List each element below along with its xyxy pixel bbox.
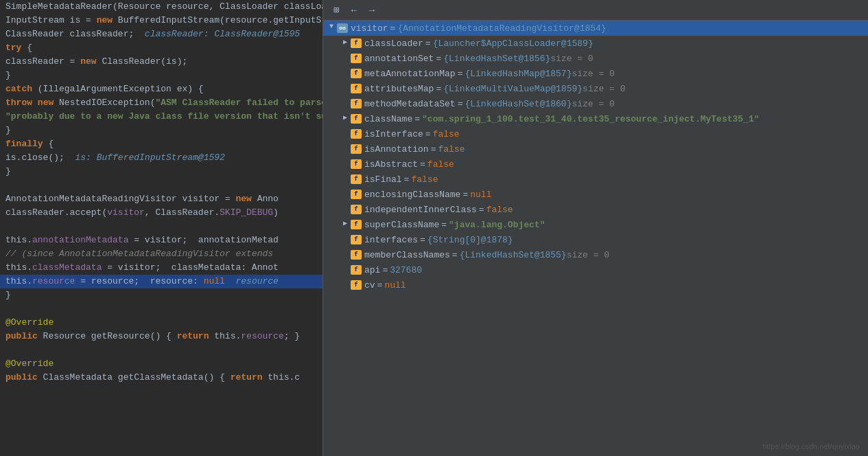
code-token: public [5,371,38,385]
field-type-icon: f [351,280,362,290]
expand-arrow-icon[interactable] [340,219,351,230]
debug-variable-row[interactable]: fapi = 327680 [323,262,868,277]
variable-equals: = [441,220,447,230]
field-type-icon: f [351,54,362,63]
debug-back-btn[interactable]: ← [347,3,362,18]
variable-value: null [470,190,491,200]
code-token: this. [209,330,241,343]
code-line: "probably due to a new Java class file v… [0,110,322,124]
variable-name: classLoader [364,38,423,49]
variable-extra: size = 0 [572,99,614,109]
code-line: } [0,69,322,82]
expand-arrow-icon[interactable] [340,98,351,109]
expand-arrow-icon[interactable] [326,23,337,34]
variable-value: false [438,144,465,155]
debug-variable-row[interactable]: fmethodMetadataSet = {LinkedHashSet@1860… [323,96,868,111]
field-type-icon: f [351,99,362,109]
expand-arrow-icon[interactable] [340,264,351,275]
debug-variable-row[interactable]: oovisitor = {AnnotationMetadataReadingVi… [323,21,868,36]
code-token: SimpleMetadataReader(Resource resource, … [5,0,322,14]
expand-arrow-icon[interactable] [340,189,351,200]
code-token: return [177,330,209,343]
code-line: AnnotationMetadataReadingVisitor visitor… [0,192,322,206]
variable-extra: size = 0 [550,54,593,64]
debug-variable-row[interactable]: fisAbstract = false [323,157,868,172]
debug-panel: ⊞ ← → oovisitor = {AnnotationMetadataRea… [322,0,868,456]
variable-equals: = [414,114,420,124]
variable-name: visitor [351,23,388,34]
code-line: ClassReader classReader; classReader: Cl… [0,27,322,41]
variable-value: {Launcher$AppClassLoader@1589} [433,38,594,49]
field-type-icon: f [351,69,362,78]
code-token: this. [5,233,32,247]
code-token: @Override [5,316,54,330]
debug-forward-btn[interactable]: → [364,3,379,18]
code-token: resource [32,275,75,288]
code-token: classReader: ClassReader@1595 [145,27,300,41]
variable-value: {LinkedHashSet@1855} [460,250,567,260]
variable-name: metaAnnotationMap [364,69,456,79]
code-line: catch (IllegalArgumentException ex) { [0,82,322,96]
debug-variable-row[interactable]: fsuperClassName = "java.lang.Object" [323,217,868,232]
code-token: catch [5,82,32,96]
debug-variable-row[interactable]: fisAnnotation = false [323,141,868,157]
expand-arrow-icon[interactable] [340,68,351,79]
variable-value: "com.spring_1_100.test_31_40.test35_reso… [422,114,759,124]
debug-variable-row[interactable]: fannotationSet = {LinkedHashSet@1856} si… [323,51,868,66]
code-token: } [5,165,11,179]
code-lines: SimpleMetadataReader(Resource resource, … [0,0,322,385]
debug-variable-row[interactable]: fisInterface = false [323,126,868,141]
variable-name: isAbstract [364,159,418,170]
code-line: classReader = new ClassReader(is); [0,55,322,69]
code-line [0,179,322,192]
expand-arrow-icon[interactable] [340,128,351,139]
field-type-icon: f [351,250,362,260]
debug-variable-row[interactable]: fisFinal = false [323,172,868,187]
code-line: this.annotationMetadata = visitor; annot… [0,233,322,247]
variable-equals: = [377,280,383,290]
code-line [0,220,322,233]
debug-variable-row[interactable]: fmetaAnnotationMap = {LinkedHashMap@1857… [323,66,868,81]
variable-equals: = [420,159,425,170]
expand-arrow-icon[interactable] [340,38,351,49]
debug-variable-row[interactable]: fcv = null [323,277,868,293]
variable-name: api [364,265,380,275]
debug-layout-btn[interactable]: ⊞ [329,3,344,18]
debug-variable-row[interactable]: findependentInnerClass = false [323,202,868,217]
code-token: // (since AnnotationMetadataReadingVisit… [5,247,273,261]
variable-equals: = [382,265,388,275]
code-token: annotationMetadata [32,233,128,247]
code-token: null [204,275,225,288]
variable-value: {LinkedHashSet@1860} [465,99,572,109]
code-line: finally { [0,137,322,151]
debug-variable-row[interactable]: fenclosingClassName = null [323,187,868,202]
variable-equals: = [462,190,468,200]
expand-arrow-icon[interactable] [340,113,351,124]
code-token: , ClassReader. [145,206,220,220]
expand-arrow-icon[interactable] [340,234,351,245]
expand-arrow-icon[interactable] [340,53,351,64]
expand-arrow-icon[interactable] [340,249,351,260]
debug-variable-row[interactable]: fmemberClassNames = {LinkedHashSet@1855}… [323,247,868,262]
expand-arrow-icon[interactable] [340,280,351,290]
variable-value: false [427,159,454,170]
code-token: return [231,371,263,385]
code-token: } [5,69,11,82]
field-type-icon: f [351,205,362,214]
variable-name: memberClassNames [364,250,450,260]
code-line [0,343,322,357]
expand-arrow-icon[interactable] [340,144,351,155]
expand-arrow-icon[interactable] [340,159,351,170]
variable-extra: size = 0 [583,84,625,94]
code-line: @Override [0,316,322,330]
expand-arrow-icon[interactable] [340,174,351,185]
expand-arrow-icon[interactable] [340,83,351,94]
debug-variable-row[interactable]: fclassName = "com.spring_1_100.test_31_4… [323,111,868,126]
code-line: throw new NestedIOException("ASM ClassRe… [0,96,322,110]
debug-variable-row[interactable]: fclassLoader = {Launcher$AppClassLoader@… [323,36,868,51]
expand-arrow-icon[interactable] [340,204,351,215]
debug-variable-row[interactable]: finterfaces = {String[0]@1878} [323,232,868,247]
code-line: is.close(); is: BufferedInputStream@1592 [0,151,322,165]
debug-variable-row[interactable]: fattributesMap = {LinkedMultiValueMap@18… [323,81,868,96]
code-line: classReader.accept(visitor, ClassReader.… [0,206,322,220]
